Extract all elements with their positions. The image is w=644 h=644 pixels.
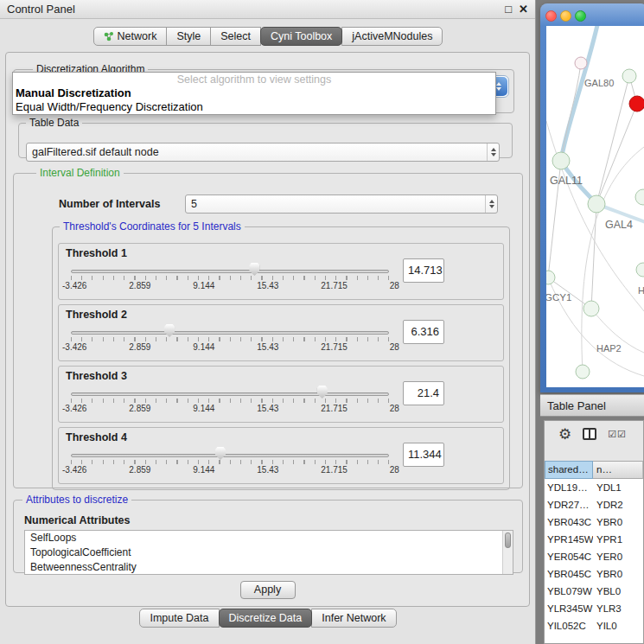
network-view-window[interactable]: GAL80 GAL11 GAL4 GCY1 HAP2 H	[540, 3, 644, 392]
tab-label: jActiveMNodules	[352, 28, 432, 45]
table-data-value: galFiltered.sif default node	[27, 146, 487, 158]
threshold-slider[interactable]: -3.4262.8599.14415.4321.71528	[71, 261, 389, 297]
table-row[interactable]: YER054CYER0	[545, 548, 643, 565]
node-label: GAL4	[605, 219, 633, 231]
table-cell: YBR045C	[545, 565, 593, 583]
number-of-intervals-value: 5	[186, 198, 485, 210]
table-row[interactable]: YDL19…YDL1	[545, 479, 643, 496]
scale-tick-label: 2.859	[129, 281, 150, 290]
tab-discretize-data[interactable]: Discretize Data	[219, 609, 313, 628]
tab-label: Discretize Data	[229, 609, 303, 627]
table-row[interactable]: YIL052CYIL0	[545, 617, 643, 634]
slider-ticks	[71, 276, 389, 280]
table-cell: YIL0	[593, 617, 643, 634]
network-node[interactable]	[575, 57, 587, 69]
column-header-name[interactable]: n…	[593, 461, 643, 479]
tab-label: Infer Network	[322, 609, 386, 627]
slider-thumb[interactable]	[215, 447, 226, 460]
scale-tick-label: 9.144	[193, 342, 214, 352]
slider-scale: -3.4262.8599.14415.4321.71528	[62, 404, 399, 413]
threshold-value-box[interactable]: 14.713	[403, 258, 444, 283]
number-of-intervals-label: Number of Intervals	[59, 198, 160, 210]
slider-thumb[interactable]	[317, 386, 328, 399]
network-canvas[interactable]: GAL80 GAL11 GAL4 GCY1 HAP2 H	[546, 26, 644, 387]
tab-cyni-toolbox[interactable]: Cyni Toolbox	[260, 27, 342, 46]
scale-tick-label: 21.715	[321, 404, 348, 413]
table-cell: YER054C	[545, 548, 593, 565]
table-panel-title: Table Panel	[547, 395, 606, 417]
gear-icon[interactable]: ⚙	[558, 427, 571, 442]
network-node[interactable]	[583, 301, 599, 316]
table-row[interactable]: YDR27…YDR2	[545, 496, 643, 513]
table-cell: YDR2	[593, 496, 643, 513]
network-node[interactable]	[546, 271, 555, 284]
threshold-slider[interactable]: -3.4262.8599.14415.4321.71528	[71, 384, 389, 420]
threshold-value-box[interactable]: 21.4	[403, 381, 444, 405]
network-node[interactable]	[552, 152, 570, 169]
group-title: Threshold's Coordinates for 5 Intervals	[60, 220, 245, 233]
network-node[interactable]	[576, 365, 590, 379]
float-window-icon[interactable]: □	[505, 0, 512, 19]
table-cell: YBR0	[593, 513, 643, 531]
network-node[interactable]	[588, 195, 605, 213]
table-panel-header: Table Panel	[540, 394, 644, 417]
tab-infer-network[interactable]: Infer Network	[311, 609, 396, 628]
table-row[interactable]: YBR043CYBR0	[545, 513, 643, 531]
slider-scale: -3.4262.8599.14415.4321.71528	[62, 465, 399, 475]
slider-thumb[interactable]	[249, 263, 259, 276]
gene-table: shared… n… YDL19…YDL1YDR27…YDR2YBR043CYB…	[545, 461, 643, 644]
minimize-traffic-light[interactable]	[560, 10, 571, 22]
table-row[interactable]: YBR045CYBR0	[545, 565, 643, 583]
attribute-item[interactable]: SelfLoops	[25, 531, 513, 545]
gene-table-body: YDL19…YDL1YDR27…YDR2YBR043CYBR0YPR145WYP…	[545, 479, 643, 644]
stepper-arrows-icon	[485, 195, 497, 213]
tab-network[interactable]: Network	[93, 27, 168, 46]
threshold-slider[interactable]: -3.4262.8599.14415.4321.71528	[71, 322, 389, 359]
attribute-item[interactable]: TopologicalCoefficient	[25, 545, 513, 560]
scale-tick-label: 2.859	[129, 404, 150, 413]
network-node[interactable]	[636, 263, 644, 277]
threshold-label: Threshold 2	[66, 309, 127, 321]
table-data-combobox[interactable]: galFiltered.sif default node	[26, 143, 500, 162]
table-cell: YDL1	[593, 479, 643, 496]
scale-tick-label: 15.43	[257, 465, 278, 475]
network-node[interactable]	[622, 69, 636, 83]
network-graph: GAL80 GAL11 GAL4 GCY1 HAP2 H	[546, 26, 644, 387]
threshold-label: Threshold 3	[66, 370, 127, 382]
table-row[interactable]: YPR145WYPR1	[545, 531, 643, 548]
dropdown-option-equal-width-frequency[interactable]: Equal Width/Frequency Discretization	[13, 100, 495, 114]
column-header-shared-name[interactable]: shared…	[545, 461, 593, 479]
tab-impute-data[interactable]: Impute Data	[139, 609, 219, 628]
threshold-value-box[interactable]: 11.344	[403, 443, 444, 467]
network-edge	[561, 26, 598, 161]
tab-select[interactable]: Select	[210, 27, 261, 46]
tab-jactivemnodules[interactable]: jActiveMNodules	[341, 27, 443, 46]
attribute-item[interactable]: BetweennessCentrality	[25, 560, 513, 575]
checkbox-icons[interactable]: ☑☑	[608, 429, 627, 440]
tab-style[interactable]: Style	[166, 27, 211, 46]
threshold-slider[interactable]: -3.4262.8599.14415.4321.71528	[71, 445, 389, 481]
scale-tick-label: 28	[390, 342, 399, 352]
dropdown-option-manual-discretization[interactable]: Manual Discretization	[13, 86, 495, 100]
table-cell: YBL079W	[545, 583, 593, 600]
selected-network-node[interactable]	[629, 96, 644, 112]
number-of-intervals-combobox[interactable]: 5	[185, 194, 498, 214]
network-node[interactable]	[635, 189, 644, 205]
column-selector-icon[interactable]	[583, 428, 596, 440]
close-icon[interactable]: ✕	[519, 0, 528, 19]
slider-thumb[interactable]	[164, 324, 175, 337]
scale-tick-label: 15.43	[257, 342, 278, 352]
scale-tick-label: -3.426	[62, 342, 86, 352]
list-scrollbar[interactable]	[502, 531, 513, 574]
zoom-traffic-light[interactable]	[575, 10, 586, 22]
close-traffic-light[interactable]	[545, 10, 557, 22]
table-row[interactable]: YLR345WYLR3	[545, 600, 643, 617]
node-label: H	[638, 285, 644, 296]
scrollbar-thumb[interactable]	[505, 532, 511, 548]
threshold-value-box[interactable]: 6.316	[403, 320, 444, 344]
control-panel-title: Control Panel	[7, 0, 75, 19]
table-row[interactable]: YBL079WYBL0	[545, 583, 643, 600]
threshold-block: Threshold 2-3.4262.8599.14415.4321.71528…	[58, 304, 504, 361]
numerical-attributes-list[interactable]: SelfLoopsTopologicalCoefficientBetweenne…	[24, 530, 513, 575]
apply-button[interactable]: Apply	[240, 581, 296, 599]
